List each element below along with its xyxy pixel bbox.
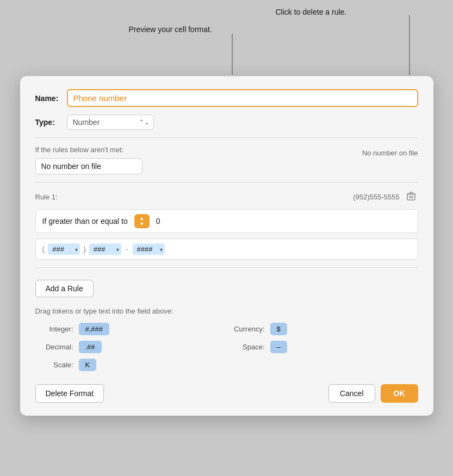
ok-button[interactable]: OK [381, 384, 418, 403]
token-dash: - [126, 245, 128, 254]
scale-token[interactable]: K [79, 359, 97, 371]
tokens-left-col: Integer: #,### Decimal: .## Scale: K [35, 323, 227, 371]
rules-not-met-label: If the rules below aren't met: [35, 146, 333, 154]
format-tokens-row: ( ### #,### ▾ ) ### #,### ▾ - #### [35, 239, 418, 260]
integer-token[interactable]: #,### [79, 323, 110, 335]
decimal-token[interactable]: .## [79, 341, 102, 353]
rule1-preview-value: (952)555-5555 [353, 193, 399, 201]
rules-not-met-preview: No number on file [342, 146, 418, 157]
token1-select[interactable]: ### #,### [48, 243, 80, 255]
add-rule-button[interactable]: Add a Rule [35, 280, 94, 297]
bottom-buttons: Delete Format Cancel OK [35, 384, 418, 403]
token2-wrapper: ### #,### ▾ [89, 243, 121, 255]
integer-label: Integer: [35, 325, 73, 333]
rule1-preview-row: (952)555-5555 [353, 190, 418, 204]
scale-label: Scale: [35, 361, 73, 369]
name-input[interactable] [67, 89, 418, 107]
type-select-wrapper: Number Text Date Duration Boolean ⌃⌄ [67, 115, 154, 130]
drag-tokens-label: Drag tokens or type text into the field … [35, 307, 418, 315]
dialog: Name: Type: Number Text Date Duration Bo… [20, 76, 433, 416]
rule-condition-row: If greater than or equal to ▲ ▼ 0 [35, 209, 418, 233]
divider-3 [35, 267, 418, 268]
rules-not-met-left: If the rules below aren't met: [35, 146, 333, 174]
rule1-title: Rule 1: [35, 193, 58, 201]
token3-wrapper: #### #,### ▾ [133, 243, 165, 255]
type-select[interactable]: Number Text Date Duration Boolean [67, 115, 154, 130]
type-row: Type: Number Text Date Duration Boolean … [35, 115, 418, 130]
token2-select[interactable]: ### #,### [89, 243, 121, 255]
divider-1 [35, 137, 418, 138]
condition-spinner[interactable]: ▲ ▼ [134, 214, 150, 228]
name-row: Name: [35, 89, 418, 107]
annotation-click-to-delete: Click to delete a rule. [276, 8, 347, 16]
cancel-button[interactable]: Cancel [328, 384, 375, 403]
delete-format-button[interactable]: Delete Format [35, 384, 104, 403]
name-label: Name: [35, 94, 67, 103]
delete-rule-button[interactable] [404, 190, 418, 204]
rules-not-met-input[interactable] [35, 158, 142, 174]
spinner-up-arrow: ▲ [139, 216, 144, 221]
space-token-row: Space: – [227, 341, 418, 353]
condition-value: 0 [156, 217, 160, 226]
type-label: Type: [35, 118, 67, 127]
currency-token[interactable]: $ [270, 323, 287, 335]
condition-label: If greater than or equal to [42, 217, 128, 226]
decimal-label: Decimal: [35, 343, 73, 351]
rules-not-met-row: If the rules below aren't met: No number… [35, 146, 418, 174]
divider-2 [35, 182, 418, 183]
currency-token-row: Currency: $ [227, 323, 418, 335]
rule1-header: Rule 1: (952)555-5555 [35, 190, 418, 204]
token1-wrapper: ### #,### ▾ [48, 243, 80, 255]
space-label: Space: [227, 343, 265, 351]
space-token[interactable]: – [270, 341, 287, 353]
right-buttons: Cancel OK [328, 384, 418, 403]
open-paren: ( [42, 245, 45, 254]
rules-not-met-section: If the rules below aren't met: No number… [35, 146, 418, 174]
spinner-down-arrow: ▼ [139, 222, 144, 227]
integer-token-row: Integer: #,### [35, 323, 227, 335]
rule1-section: Rule 1: (952)555-5555 If greater than [35, 190, 418, 260]
tokens-right-col: Currency: $ Space: – [227, 323, 418, 371]
token3-select[interactable]: #### #,### [133, 243, 165, 255]
tokens-grid: Integer: #,### Decimal: .## Scale: K Cur… [35, 323, 418, 371]
decimal-token-row: Decimal: .## [35, 341, 227, 353]
annotation-preview-cell-format: Preview your cell format. [129, 25, 212, 34]
close-paren: ) [83, 245, 86, 254]
currency-label: Currency: [227, 325, 265, 333]
scale-token-row: Scale: K [35, 359, 227, 371]
